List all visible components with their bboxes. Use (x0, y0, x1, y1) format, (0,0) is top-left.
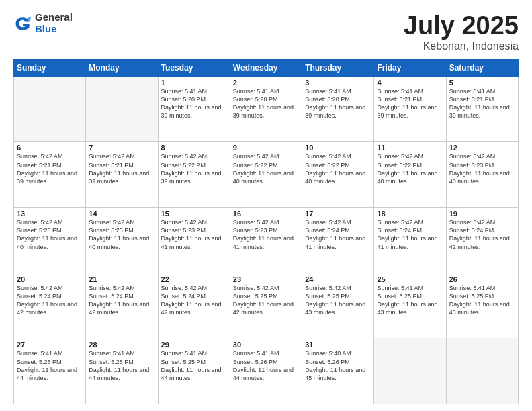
day-number: 18 (377, 210, 443, 218)
cell-info: Sunrise: 5:40 AMSunset: 5:26 PMDaylight:… (305, 349, 371, 382)
calendar-cell: 6Sunrise: 5:42 AMSunset: 5:21 PMDaylight… (14, 142, 86, 208)
cell-info: Sunrise: 5:41 AMSunset: 5:20 PMDaylight:… (233, 87, 299, 120)
day-number: 31 (305, 340, 371, 349)
cell-info: Sunrise: 5:41 AMSunset: 5:21 PMDaylight:… (449, 87, 515, 120)
calendar-cell: 17Sunrise: 5:42 AMSunset: 5:24 PMDayligh… (302, 208, 374, 273)
cell-info: Sunrise: 5:42 AMSunset: 5:25 PMDaylight:… (233, 284, 299, 317)
calendar-cell: 27Sunrise: 5:41 AMSunset: 5:25 PMDayligh… (14, 338, 86, 404)
cell-info: Sunrise: 5:41 AMSunset: 5:25 PMDaylight:… (89, 349, 154, 382)
day-number: 1 (161, 79, 227, 87)
calendar-cell: 8Sunrise: 5:42 AMSunset: 5:22 PMDaylight… (158, 142, 230, 208)
day-number: 17 (305, 210, 371, 218)
cell-info: Sunrise: 5:42 AMSunset: 5:21 PMDaylight:… (89, 152, 154, 185)
day-number: 30 (233, 340, 299, 349)
calendar-table: SundayMondayTuesdayWednesdayThursdayFrid… (13, 59, 519, 404)
week-row-4: 27Sunrise: 5:41 AMSunset: 5:25 PMDayligh… (14, 338, 519, 404)
calendar-cell: 10Sunrise: 5:42 AMSunset: 5:22 PMDayligh… (302, 142, 374, 208)
cell-info: Sunrise: 5:42 AMSunset: 5:23 PMDaylight:… (89, 218, 154, 251)
day-number: 26 (449, 275, 515, 283)
calendar-cell (86, 76, 158, 142)
week-row-0: 1Sunrise: 5:41 AMSunset: 5:20 PMDaylight… (14, 76, 519, 142)
calendar-cell: 1Sunrise: 5:41 AMSunset: 5:20 PMDaylight… (158, 76, 230, 142)
day-number: 23 (233, 275, 299, 283)
calendar-cell: 16Sunrise: 5:42 AMSunset: 5:23 PMDayligh… (230, 208, 302, 273)
calendar-cell: 7Sunrise: 5:42 AMSunset: 5:21 PMDaylight… (86, 142, 158, 208)
day-number: 29 (161, 340, 227, 349)
day-number: 12 (449, 144, 515, 152)
week-row-3: 20Sunrise: 5:42 AMSunset: 5:24 PMDayligh… (14, 273, 519, 338)
calendar-cell: 19Sunrise: 5:42 AMSunset: 5:24 PMDayligh… (446, 208, 518, 273)
cell-info: Sunrise: 5:42 AMSunset: 5:22 PMDaylight:… (377, 152, 443, 185)
day-number: 19 (449, 210, 515, 218)
page: General Blue July 2025 Kebonan, Indonesi… (0, 0, 532, 411)
calendar-cell: 29Sunrise: 5:41 AMSunset: 5:25 PMDayligh… (158, 338, 230, 404)
day-number: 7 (89, 144, 154, 152)
day-number: 3 (305, 79, 371, 87)
cell-info: Sunrise: 5:41 AMSunset: 5:20 PMDaylight:… (161, 87, 227, 120)
col-header-monday: Monday (86, 59, 158, 76)
day-number: 11 (377, 144, 443, 152)
cell-info: Sunrise: 5:42 AMSunset: 5:24 PMDaylight:… (377, 218, 443, 251)
cell-info: Sunrise: 5:41 AMSunset: 5:25 PMDaylight:… (17, 349, 83, 382)
calendar-cell: 21Sunrise: 5:42 AMSunset: 5:24 PMDayligh… (86, 273, 158, 338)
cell-info: Sunrise: 5:41 AMSunset: 5:25 PMDaylight:… (377, 284, 443, 317)
calendar-cell (446, 338, 518, 404)
calendar-cell: 5Sunrise: 5:41 AMSunset: 5:21 PMDaylight… (446, 76, 518, 142)
calendar-cell: 18Sunrise: 5:42 AMSunset: 5:24 PMDayligh… (374, 208, 446, 273)
day-number: 25 (377, 275, 443, 283)
cell-info: Sunrise: 5:42 AMSunset: 5:22 PMDaylight:… (305, 152, 371, 185)
calendar-cell: 9Sunrise: 5:42 AMSunset: 5:22 PMDaylight… (230, 142, 302, 208)
calendar-cell: 11Sunrise: 5:42 AMSunset: 5:22 PMDayligh… (374, 142, 446, 208)
day-number: 4 (377, 79, 443, 87)
cell-info: Sunrise: 5:42 AMSunset: 5:23 PMDaylight:… (17, 218, 83, 251)
day-number: 6 (17, 144, 83, 152)
cell-info: Sunrise: 5:42 AMSunset: 5:21 PMDaylight:… (17, 152, 83, 185)
calendar-cell: 23Sunrise: 5:42 AMSunset: 5:25 PMDayligh… (230, 273, 302, 338)
col-header-sunday: Sunday (14, 59, 86, 76)
calendar-cell: 25Sunrise: 5:41 AMSunset: 5:25 PMDayligh… (374, 273, 446, 338)
location-subtitle: Kebonan, Indonesia (404, 40, 519, 52)
cell-info: Sunrise: 5:42 AMSunset: 5:24 PMDaylight:… (17, 284, 83, 317)
cell-info: Sunrise: 5:42 AMSunset: 5:23 PMDaylight:… (449, 152, 515, 185)
cell-info: Sunrise: 5:42 AMSunset: 5:24 PMDaylight:… (305, 218, 371, 251)
day-number: 13 (17, 210, 83, 218)
cell-info: Sunrise: 5:42 AMSunset: 5:24 PMDaylight:… (161, 284, 227, 317)
day-number: 14 (89, 210, 154, 218)
cell-info: Sunrise: 5:42 AMSunset: 5:22 PMDaylight:… (161, 152, 227, 185)
cell-info: Sunrise: 5:42 AMSunset: 5:25 PMDaylight:… (305, 284, 371, 317)
calendar-cell: 2Sunrise: 5:41 AMSunset: 5:20 PMDaylight… (230, 76, 302, 142)
day-number: 27 (17, 340, 83, 349)
calendar-cell: 26Sunrise: 5:41 AMSunset: 5:25 PMDayligh… (446, 273, 518, 338)
calendar-cell: 15Sunrise: 5:42 AMSunset: 5:23 PMDayligh… (158, 208, 230, 273)
calendar-cell: 24Sunrise: 5:42 AMSunset: 5:25 PMDayligh… (302, 273, 374, 338)
day-number: 15 (161, 210, 227, 218)
day-number: 10 (305, 144, 371, 152)
month-title: July 2025 (404, 12, 519, 40)
calendar-cell: 3Sunrise: 5:41 AMSunset: 5:20 PMDaylight… (302, 76, 374, 142)
week-row-2: 13Sunrise: 5:42 AMSunset: 5:23 PMDayligh… (14, 208, 519, 273)
cell-info: Sunrise: 5:41 AMSunset: 5:20 PMDaylight:… (305, 87, 371, 120)
day-number: 5 (449, 79, 515, 87)
cell-info: Sunrise: 5:42 AMSunset: 5:22 PMDaylight:… (233, 152, 299, 185)
cell-info: Sunrise: 5:42 AMSunset: 5:23 PMDaylight:… (161, 218, 227, 251)
calendar-cell: 28Sunrise: 5:41 AMSunset: 5:25 PMDayligh… (86, 338, 158, 404)
cell-info: Sunrise: 5:41 AMSunset: 5:21 PMDaylight:… (377, 87, 443, 120)
col-header-saturday: Saturday (446, 59, 518, 76)
logo: General Blue (13, 12, 73, 34)
day-number: 2 (233, 79, 299, 87)
logo-icon (13, 14, 32, 33)
col-header-thursday: Thursday (302, 59, 374, 76)
col-header-friday: Friday (374, 59, 446, 76)
calendar-cell: 22Sunrise: 5:42 AMSunset: 5:24 PMDayligh… (158, 273, 230, 338)
day-number: 9 (233, 144, 299, 152)
col-header-wednesday: Wednesday (230, 59, 302, 76)
title-block: July 2025 Kebonan, Indonesia (404, 12, 519, 52)
calendar-cell: 14Sunrise: 5:42 AMSunset: 5:23 PMDayligh… (86, 208, 158, 273)
calendar-cell (374, 338, 446, 404)
logo-blue: Blue (35, 24, 73, 35)
calendar-cell: 13Sunrise: 5:42 AMSunset: 5:23 PMDayligh… (14, 208, 86, 273)
calendar-cell: 20Sunrise: 5:42 AMSunset: 5:24 PMDayligh… (14, 273, 86, 338)
day-number: 22 (161, 275, 227, 283)
cell-info: Sunrise: 5:42 AMSunset: 5:24 PMDaylight:… (89, 284, 154, 317)
cell-info: Sunrise: 5:42 AMSunset: 5:24 PMDaylight:… (449, 218, 515, 251)
